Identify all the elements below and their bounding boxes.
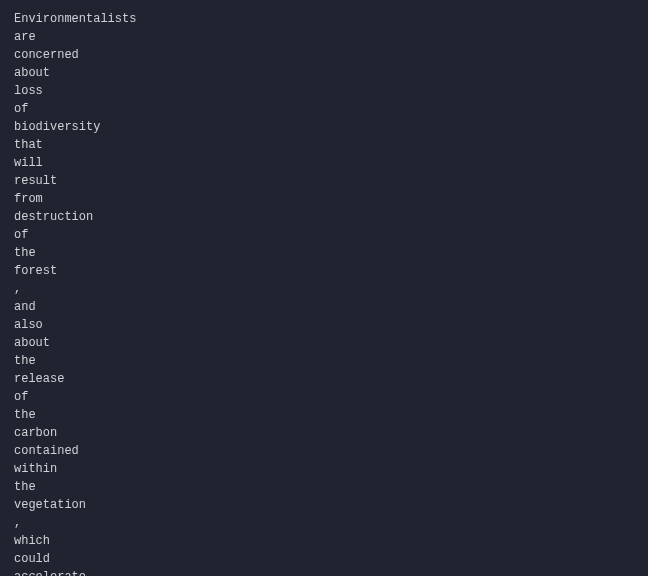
token: also <box>14 316 648 334</box>
token-list: Environmentalists are concerned about lo… <box>0 0 648 576</box>
token: vegetation <box>14 496 648 514</box>
token: from <box>14 190 648 208</box>
token: about <box>14 334 648 352</box>
token: carbon <box>14 424 648 442</box>
token: will <box>14 154 648 172</box>
token: release <box>14 370 648 388</box>
token: contained <box>14 442 648 460</box>
token: Environmentalists <box>14 10 648 28</box>
token: that <box>14 136 648 154</box>
token: the <box>14 478 648 496</box>
token: destruction <box>14 208 648 226</box>
token: and <box>14 298 648 316</box>
token: forest <box>14 262 648 280</box>
token: within <box>14 460 648 478</box>
token: of <box>14 100 648 118</box>
token: result <box>14 172 648 190</box>
token: could <box>14 550 648 568</box>
token: are <box>14 28 648 46</box>
token: concerned <box>14 46 648 64</box>
token: biodiversity <box>14 118 648 136</box>
token: , <box>14 280 648 298</box>
token: about <box>14 64 648 82</box>
token: the <box>14 406 648 424</box>
token: of <box>14 226 648 244</box>
token: the <box>14 244 648 262</box>
token: loss <box>14 82 648 100</box>
token: which <box>14 532 648 550</box>
token: the <box>14 352 648 370</box>
token: of <box>14 388 648 406</box>
token: accelerate <box>14 568 648 576</box>
token: , <box>14 514 648 532</box>
